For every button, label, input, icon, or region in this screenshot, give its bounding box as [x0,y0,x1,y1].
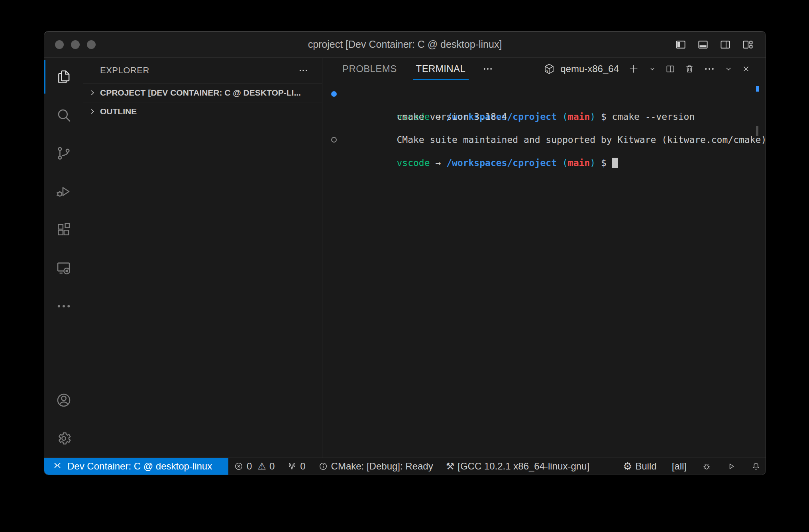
cmake-launch-button[interactable] [727,462,736,471]
debug-icon [55,183,72,200]
command-decoration-icon[interactable] [331,91,337,97]
terminal-cube-icon: $ [543,63,556,75]
terminal-profile-name: qemu-x86_64 [560,63,619,74]
sidebar-item-explorer[interactable] [44,58,83,96]
new-terminal-icon[interactable] [628,63,640,75]
toggle-primary-sidebar-icon[interactable] [675,39,687,51]
more-actions-icon [55,298,72,315]
sidebar-title: EXPLORER [100,65,149,76]
traffic-lights [44,40,96,49]
terminal-line: cmake version 3.18.4 [322,100,766,111]
sidebar-item-run-debug[interactable] [44,172,83,211]
customize-layout-icon[interactable] [742,39,754,51]
split-terminal-icon[interactable] [665,64,675,74]
cmake-build-button[interactable]: ⚙ Build [623,461,657,472]
zoom-window-button[interactable] [87,40,96,49]
status-bar: Dev Container: C @ desktop-linux 0 ⚠ 0 [44,458,766,475]
play-icon [727,462,736,471]
additional-views-button[interactable] [44,287,83,325]
section-label: OUTLINE [100,107,137,116]
minimize-window-button[interactable] [71,40,80,49]
sidebar-item-extensions[interactable] [44,211,83,249]
chevron-right-icon [88,107,97,116]
terminal-line: vscode → /workspaces/cproject (main) $ c… [322,88,766,100]
cmake-status[interactable]: CMake: [Debug]: Ready [318,461,433,472]
kill-terminal-icon[interactable] [684,64,695,74]
extensions-icon [55,221,72,238]
terminal-line: vscode → /workspaces/cproject (main) $ [322,134,766,146]
gear-icon [55,430,72,447]
remote-explorer-icon [55,260,72,276]
toggle-secondary-sidebar-icon[interactable] [719,39,731,51]
explorer-more-actions-icon[interactable] [298,65,308,76]
ports-status[interactable]: 0 [287,461,305,472]
source-control-icon [55,145,72,162]
bell-icon [751,462,761,471]
window-title: cproject [Dev Container: C @ desktop-lin… [44,39,766,50]
close-window-button[interactable] [55,40,64,49]
terminal-line: CMake suite maintained and supported by … [322,123,766,134]
panel-more-tabs-icon[interactable] [482,58,493,80]
terminal-scrollbar[interactable] [756,126,758,136]
titlebar[interactable]: cproject [Dev Container: C @ desktop-lin… [44,31,766,58]
tab-problems[interactable]: PROBLEMS [339,58,400,80]
vscode-window: cproject [Dev Container: C @ desktop-lin… [44,31,766,475]
cmake-build-target[interactable]: [all] [672,461,687,472]
explorer-section-workspace[interactable]: CPROJECT [DEV CONTAINER: C @ DESKTOP-LI.… [83,83,322,102]
error-icon [234,462,243,471]
tools-icon: ⚒ [446,462,455,471]
terminal-output[interactable]: vscode → /workspaces/cproject (main) $ c… [322,80,766,458]
notifications-button[interactable] [751,462,761,471]
explorer-sidebar: EXPLORER CPROJECT [DEV CONTAINER: C @ DE… [83,58,322,458]
terminal-profiles-dropdown-icon[interactable] [648,65,656,73]
svg-text:$: $ [546,69,548,73]
close-panel-icon[interactable] [742,65,750,73]
sidebar-item-search[interactable] [44,96,83,134]
section-label: CPROJECT [DEV CONTAINER: C @ DESKTOP-LI.… [100,88,301,98]
remote-label: Dev Container: C @ desktop-linux [67,461,212,472]
terminal-line [322,111,766,123]
sidebar-item-source-control[interactable] [44,134,83,172]
account-icon [55,392,72,409]
tab-terminal[interactable]: TERMINAL [413,58,469,80]
activity-bar [44,58,83,458]
radio-tower-icon [287,462,297,471]
chevron-right-icon [88,88,97,97]
terminal-cursor [612,158,618,168]
search-icon [55,107,72,123]
problems-status[interactable]: 0 ⚠ 0 [234,461,275,472]
terminal-more-actions-icon[interactable] [703,63,715,75]
remote-icon [52,461,63,471]
remote-indicator[interactable]: Dev Container: C @ desktop-linux [44,458,228,475]
overview-ruler-command-mark [756,86,759,92]
toggle-panel-icon[interactable] [697,39,709,51]
gear-icon: ⚙ [623,461,632,471]
bottom-panel: PROBLEMS TERMINAL [322,58,766,458]
bug-icon [702,462,711,471]
cmake-kit-status[interactable]: ⚒ [GCC 10.2.1 x86_64-linux-gnu] [446,461,589,472]
files-icon [55,68,72,85]
terminal-profile[interactable]: $ qemu-x86_64 [543,63,619,75]
accounts-button[interactable] [44,381,83,419]
explorer-section-outline[interactable]: OUTLINE [83,102,322,121]
sidebar-item-remote-explorer[interactable] [44,249,83,287]
warning-icon: ⚠ [257,462,266,471]
manage-button[interactable] [44,419,83,458]
hide-panel-icon[interactable] [724,65,733,73]
cmake-debug-button[interactable] [702,462,711,471]
command-decoration-icon[interactable] [331,137,337,143]
info-icon [318,462,328,471]
